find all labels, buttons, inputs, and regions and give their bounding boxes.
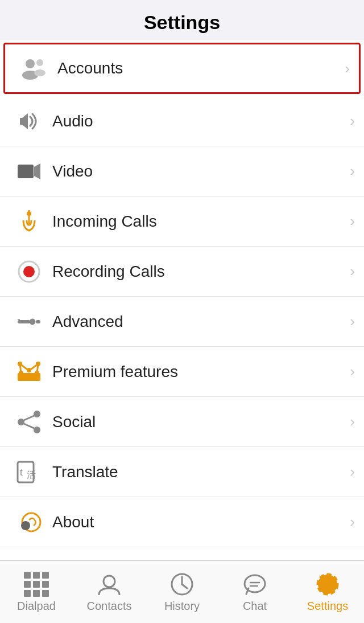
settings-item-advanced[interactable]: Advanced › <box>0 297 364 347</box>
chevron-icon-advanced: › <box>350 313 355 330</box>
history-icon <box>169 571 195 597</box>
svg-point-20 <box>27 368 31 372</box>
tab-contacts[interactable]: Contacts <box>73 561 146 623</box>
social-icon <box>9 408 49 436</box>
settings-item-premium-features[interactable]: Premium features › <box>0 347 364 397</box>
settings-item-social[interactable]: Social › <box>0 397 364 447</box>
settings-label-incoming-calls: Incoming Calls <box>49 212 350 231</box>
tab-chat[interactable]: Chat <box>218 561 291 623</box>
chevron-icon-translate: › <box>350 463 355 481</box>
page-title: Settings <box>0 11 364 34</box>
tab-bar: Dialpad Contacts History C <box>0 560 364 623</box>
settings-list: Accounts › Audio › Video › <box>0 40 364 560</box>
settings-label-premium-features: Premium features <box>49 363 350 381</box>
svg-point-25 <box>34 411 40 417</box>
svg-marker-6 <box>34 163 40 179</box>
recording-calls-icon <box>9 258 49 285</box>
settings-label-recording-calls: Recording Calls <box>49 263 350 281</box>
settings-item-recording-calls[interactable]: Recording Calls › <box>0 247 364 297</box>
svg-point-33 <box>21 521 30 530</box>
incoming-calls-icon <box>9 208 49 235</box>
advanced-icon <box>9 308 49 335</box>
tab-label-history: History <box>164 600 200 613</box>
chevron-icon-audio: › <box>350 112 355 130</box>
settings-label-video: Video <box>49 162 350 181</box>
svg-line-37 <box>182 584 187 588</box>
svg-rect-13 <box>36 320 40 323</box>
header: Settings <box>0 0 364 40</box>
chevron-icon-social: › <box>350 413 355 431</box>
svg-point-12 <box>30 319 35 325</box>
svg-point-24 <box>18 419 24 425</box>
svg-line-28 <box>24 424 34 428</box>
chevron-icon-video: › <box>350 162 355 180</box>
chevron-icon-about: › <box>350 513 355 531</box>
svg-point-8 <box>27 211 31 216</box>
svg-point-0 <box>26 59 35 68</box>
video-icon <box>9 158 49 185</box>
chevron-icon-recording-calls: › <box>350 263 355 280</box>
svg-text:活: 活 <box>27 470 36 479</box>
tab-settings[interactable]: Settings <box>291 561 364 623</box>
svg-point-34 <box>104 576 115 587</box>
settings-item-translate[interactable]: t 活 Translate › <box>0 447 364 497</box>
svg-text:t: t <box>20 466 23 478</box>
svg-point-26 <box>34 427 40 433</box>
chevron-icon-incoming-calls: › <box>350 212 355 230</box>
settings-label-translate: Translate <box>49 463 350 481</box>
chevron-icon-accounts: › <box>345 60 350 77</box>
settings-item-audio[interactable]: Audio › <box>0 96 364 146</box>
tab-dialpad[interactable]: Dialpad <box>0 561 73 623</box>
settings-label-about: About <box>49 513 350 531</box>
tab-history[interactable]: History <box>146 561 218 623</box>
dialpad-icon <box>23 571 49 597</box>
chevron-icon-premium-features: › <box>350 363 355 380</box>
settings-item-about[interactable]: About › <box>0 497 364 547</box>
svg-point-3 <box>34 69 46 76</box>
tab-label-chat: Chat <box>243 600 267 613</box>
svg-rect-5 <box>18 165 34 178</box>
settings-label-audio: Audio <box>49 112 350 130</box>
svg-point-2 <box>36 59 43 66</box>
premium-icon <box>9 358 49 386</box>
settings-icon <box>315 571 341 597</box>
tab-label-dialpad: Dialpad <box>17 600 56 613</box>
tab-label-settings: Settings <box>307 600 348 613</box>
svg-point-43 <box>318 575 337 594</box>
svg-point-22 <box>18 362 22 366</box>
contacts-icon <box>96 571 122 597</box>
settings-label-social: Social <box>49 413 350 431</box>
svg-point-23 <box>36 362 40 366</box>
svg-line-27 <box>24 416 34 420</box>
svg-rect-4 <box>20 118 23 125</box>
translate-icon: t 活 <box>9 458 49 486</box>
settings-item-accounts[interactable]: Accounts › <box>3 43 361 94</box>
settings-label-advanced: Advanced <box>49 313 350 331</box>
svg-point-21 <box>35 371 39 375</box>
settings-item-incoming-calls[interactable]: Incoming Calls › <box>0 196 364 247</box>
svg-point-19 <box>19 371 23 375</box>
accounts-icon <box>14 55 54 82</box>
settings-label-accounts: Accounts <box>54 59 345 77</box>
audio-icon <box>9 108 49 135</box>
svg-rect-11 <box>18 320 30 323</box>
tab-label-contacts: Contacts <box>87 600 132 613</box>
about-icon <box>9 509 49 536</box>
settings-item-video[interactable]: Video › <box>0 146 364 196</box>
svg-point-10 <box>23 266 35 277</box>
chat-icon <box>242 571 268 597</box>
